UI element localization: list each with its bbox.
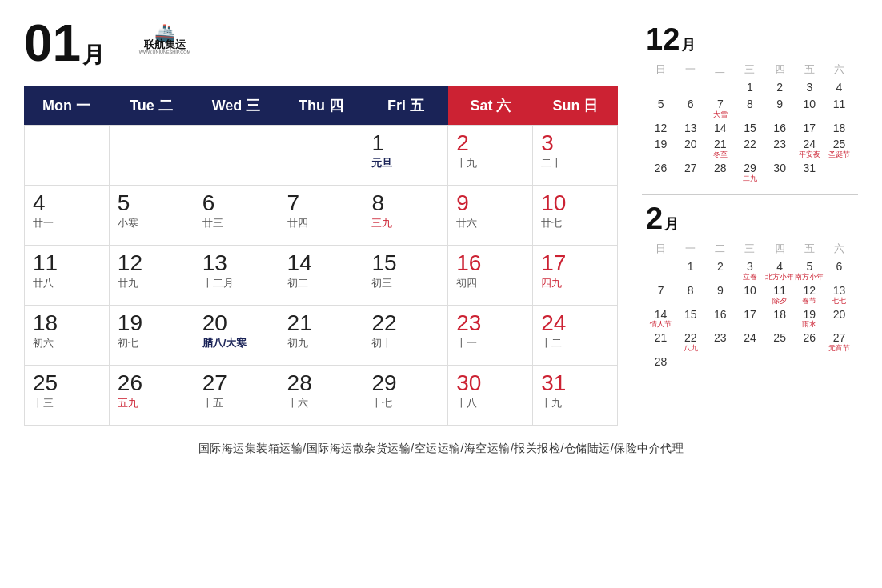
header-wed: Wed 三: [194, 86, 279, 125]
mini-cal-cell: 25圣诞节: [824, 137, 854, 159]
day-number: 18: [33, 312, 58, 334]
mini-day-header: 六: [824, 61, 854, 78]
feb-month-num: 2: [646, 203, 663, 234]
mini-day-num: 20: [676, 138, 705, 151]
lunar-text: 腊八/大寒: [202, 336, 247, 350]
main-month-num: 01: [24, 18, 81, 69]
cal-cell: 30十八: [448, 366, 533, 426]
header-fri: Fri 五: [363, 86, 448, 125]
mini-cal-cell: [646, 80, 676, 95]
lunar-text: 廿六: [456, 216, 477, 230]
day-number: 15: [371, 252, 396, 274]
cal-cell: 5小寒: [110, 186, 194, 246]
svg-text:WWW.UNIUNESHIP.COM: WWW.UNIUNESHIP.COM: [139, 49, 191, 54]
day-number: 5: [118, 192, 130, 214]
mini-cal-cell: 18: [824, 121, 854, 136]
mini-day-header: 四: [765, 61, 795, 78]
cal-cell: [25, 126, 110, 186]
mini-day-num: 11: [824, 98, 854, 111]
mini-day-num: 2: [765, 81, 795, 94]
day-number: 30: [456, 372, 481, 394]
mini-lunar-text: 冬至: [705, 151, 735, 158]
lunar-text: 初十: [371, 336, 392, 350]
mini-lunar-text: 南方小年: [795, 274, 824, 281]
feb-mini-cal: 2 月 日一二三四五六123立春4北方小年5南方小年67891011除夕12春节…: [642, 194, 858, 378]
mini-cal-cell: 14情人节: [646, 307, 676, 330]
mini-lunar-text: 元宵节: [824, 345, 854, 352]
day-number: 31: [541, 372, 566, 394]
mini-cal-cell: 3: [795, 80, 824, 95]
day-number: 6: [202, 192, 215, 214]
cal-cell: 18初六: [25, 306, 110, 366]
lunar-text: 初六: [33, 336, 54, 350]
lunar-text: 十六: [287, 396, 308, 410]
day-number: 8: [371, 192, 384, 214]
cal-cell: 22初十: [363, 306, 448, 366]
mini-day-num: 31: [795, 162, 824, 175]
mini-day-num: 24: [795, 138, 824, 151]
mini-cal-cell: 18: [765, 307, 795, 330]
feb-month-label: 月: [664, 214, 679, 234]
header-thu: Thu 四: [279, 86, 363, 125]
cal-cell: 31十九: [533, 366, 618, 426]
cal-cell: 28十六: [279, 366, 364, 426]
cal-cell: 2十九: [448, 126, 533, 186]
day-number: 27: [202, 372, 227, 394]
mini-cal-cell: 19雨水: [795, 307, 824, 330]
dec-month-label: 月: [681, 35, 696, 54]
mini-day-num: 22: [735, 138, 764, 151]
mini-day-num: 28: [646, 355, 676, 369]
day-number: 7: [287, 192, 300, 214]
mini-cal-cell: 25: [765, 330, 795, 353]
mini-cal-cell: 1: [735, 80, 764, 95]
day-number: 16: [456, 252, 481, 274]
mini-cal-cell: 20: [824, 307, 854, 330]
mini-cal-cell: 1: [676, 259, 705, 282]
lunar-text: 十五: [202, 396, 223, 410]
main-container: 01 月 🚢 联航集运 WWW.UNIUNESHIP.COM Mon 一 Tue…: [24, 16, 858, 426]
mini-cal-cell: 16: [705, 307, 735, 330]
mini-cal-cell: 10: [795, 97, 824, 119]
mini-cal-cell: 10: [735, 283, 764, 306]
mini-lunar-text: 立春: [735, 274, 764, 281]
mini-cal-cell: 4北方小年: [765, 259, 795, 282]
cal-cell: 26五九: [110, 366, 194, 426]
dec-grid: 日一二三四五六1234567大雪891011121314151617181920…: [646, 61, 854, 186]
jan-calendar-grid: 1元旦2十九3二十4廿一5小寒6廿三7廿四8三九9廿六10廿七11廿八12廿九1…: [24, 125, 618, 426]
mini-day-num: 6: [676, 98, 705, 111]
lunar-text: 二十: [541, 156, 562, 170]
day-number: 2: [456, 132, 469, 154]
mini-day-num: 9: [765, 98, 795, 111]
mini-lunar-text: 八九: [676, 345, 705, 352]
mini-day-header: 五: [795, 61, 824, 78]
mini-day-num: 28: [705, 162, 735, 175]
mini-lunar-text: 北方小年: [765, 274, 795, 281]
mini-day-num: 17: [735, 308, 764, 322]
mini-cal-cell: 27元宵节: [824, 330, 854, 353]
mini-day-num: 21: [646, 331, 676, 345]
mini-cal-cell: 15: [676, 307, 705, 330]
mini-day-num: 9: [705, 284, 735, 298]
mini-cal-cell: 11除夕: [765, 283, 795, 306]
day-number: 13: [202, 252, 227, 274]
mini-cal-cell: 21冬至: [705, 137, 735, 159]
mini-lunar-text: 除夕: [765, 298, 795, 305]
right-calendars: 12 月 日一二三四五六1234567大雪8910111213141516171…: [642, 16, 858, 426]
logo-area: 🚢 联航集运 WWW.UNIUNESHIP.COM: [113, 18, 217, 69]
mini-cal-cell: 8: [676, 283, 705, 306]
mini-cal-cell: 17: [735, 307, 764, 330]
mini-cal-cell: 21: [646, 330, 676, 353]
mini-day-num: 25: [765, 331, 795, 345]
cal-cell: 1元旦: [363, 126, 448, 186]
feb-header: 2 月: [646, 203, 854, 234]
mini-day-num: 8: [676, 284, 705, 298]
mini-lunar-text: 圣诞节: [824, 151, 854, 158]
day-number: 1: [371, 132, 384, 154]
mini-day-num: 20: [824, 308, 854, 322]
cal-cell: 12廿九: [110, 246, 194, 306]
cal-cell: 14初二: [279, 246, 364, 306]
day-number: 21: [287, 312, 312, 334]
lunar-text: 十三: [33, 396, 54, 410]
mini-day-num: 10: [795, 98, 824, 111]
mini-day-num: 8: [735, 98, 764, 111]
